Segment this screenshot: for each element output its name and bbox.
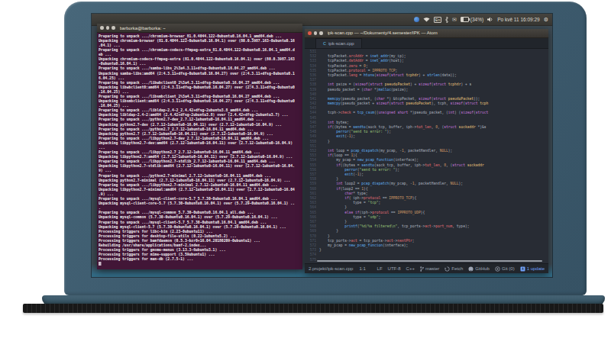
code-text: type = "tcp"; — [319, 200, 380, 205]
code-line: 564 } — [305, 205, 548, 210]
atom-window: ipk-scan.cpp — ~/Dokumenty/4.semester/IP… — [305, 29, 548, 273]
terminal-titlebar[interactable]: barborka@barborka: ~ — [97, 24, 302, 33]
code-text: pseudo_packet = (char *)malloc(psize); — [319, 87, 408, 92]
terminal-line: Unpacking libsmbclient:amd64 (2:4.3.11+d… — [99, 98, 302, 103]
code-line: 559 int loop2 = pcap_dispatch(my_pcap, -… — [305, 182, 548, 186]
line-number: 573 — [305, 247, 319, 252]
mail-icon[interactable]: ✉ — [452, 17, 457, 23]
status-updates[interactable]: 1 update — [520, 266, 545, 272]
status-line-ending[interactable]: LF — [377, 266, 383, 271]
terminal-line: Unpacking samba-libs:amd64 (2:4.3.11+dfs… — [99, 71, 302, 76]
line-number: 558 — [305, 176, 319, 181]
line-number: 555 — [305, 163, 319, 167]
code-line: 563 type = "tcp"; — [305, 200, 548, 205]
terminal-line: Preparing to unpack .../libsmbclient_2%3… — [99, 94, 302, 98]
atom-maximize-icon[interactable] — [319, 31, 323, 35]
indicator-tray: En ✉ (34%) Po kvě 11 16:09:29 ⚙ — [414, 17, 552, 23]
tab-label: ipk-scan.cpp — [328, 41, 354, 46]
code-line: 574 — [305, 252, 548, 256]
code-line: 552 int loop = pcap_dispatch(my_pcap, -1… — [305, 148, 548, 153]
code-text — [319, 252, 322, 256]
laptop-lid: En ✉ (34%) Po kvě 11 16:09:29 ⚙ — [64, 2, 587, 295]
status-cursor-position[interactable]: 1:1 — [359, 266, 365, 271]
editor-horizontal-scrollbar[interactable] — [317, 260, 542, 262]
screen-desktop: En ✉ (34%) Po kvě 11 16:09:29 ⚙ — [92, 14, 552, 277]
line-number: 538 — [305, 82, 319, 86]
session-gear-icon[interactable]: ⚙ — [544, 17, 548, 23]
code-editor[interactable]: 530 tcpPacket.urg_ptr = 0;531 532 tcpPac… — [305, 49, 548, 263]
terminal-body[interactable]: Preparing to unpack .../chromium-browser… — [97, 33, 302, 271]
terminal-line: Unpacking python2.7-dev (2.7.12-1ubuntu0… — [99, 122, 302, 127]
atom-minimize-icon[interactable] — [314, 31, 318, 35]
status-file-path[interactable]: 2.projekt/ipk-scan.cpp — [309, 266, 353, 271]
line-number: 532 — [305, 53, 319, 58]
terminal-line: Unpacking chromium-browser (81.0.4044.12… — [99, 38, 302, 43]
code-text: } — [319, 247, 322, 252]
line-number: 554 — [305, 158, 319, 163]
line-number: 563 — [305, 200, 319, 205]
github-icon — [468, 266, 474, 272]
terminal-prompt-line — [99, 262, 302, 266]
bluetooth-icon[interactable] — [445, 17, 448, 23]
code-line: 549 exit(-1); — [305, 134, 548, 139]
code-text: type = "udp"; — [319, 214, 380, 219]
code-text: perror("send to error: "); — [319, 167, 399, 172]
battery-indicator[interactable]: (34%) — [461, 17, 483, 22]
code-text: tcpPacket.protocol = IPPROTO_TCP; — [319, 68, 397, 72]
code-line: 543 — [305, 105, 548, 110]
terminal-maximize-icon[interactable] — [112, 26, 115, 30]
volume-icon[interactable] — [487, 17, 493, 22]
line-number: 539 — [305, 87, 319, 92]
keyboard-layout-indicator[interactable]: En — [434, 17, 441, 23]
code-line: 546 int bytes; — [305, 120, 548, 124]
atom-titlebar[interactable]: ipk-scan.cpp — ~/Dokumenty/4.semester/IP… — [305, 29, 548, 38]
status-git-branch[interactable]: master — [420, 266, 439, 272]
code-text: } — [319, 205, 347, 210]
line-number: 553 — [305, 153, 319, 157]
laptop-keyboard — [23, 304, 603, 313]
terminal-output: Preparing to unpack .../chromium-browser… — [99, 34, 302, 262]
panel-clock[interactable]: Po kvě 11 16:09:29 — [497, 17, 540, 22]
status-grammar[interactable]: C++ — [406, 266, 415, 271]
atom-tab-bar: C ipk-scan.cpp — [305, 38, 548, 49]
code-text — [319, 115, 322, 120]
code-text: tcpPacket.srcAddr = inet_addr(my_ip); — [319, 53, 406, 58]
code-line: 536 tcpPacket.leng = htons(sizeof(struct… — [305, 72, 548, 77]
code-line: 570 } — [305, 234, 548, 238]
code-line: 561 char* type; — [305, 191, 548, 195]
line-number: 574 — [305, 252, 319, 256]
code-line: 560 if(loop2 == 1){ — [305, 186, 548, 191]
terminal-close-icon[interactable] — [100, 26, 104, 30]
terminal-line: Preparing to unpack .../chromium-codecs-… — [99, 47, 302, 52]
atom-close-icon[interactable] — [308, 31, 312, 35]
wifi-icon[interactable] — [423, 17, 430, 22]
code-text — [319, 92, 322, 96]
line-number: 541 — [305, 96, 319, 101]
tab-ipk-scan-cpp[interactable]: C ipk-scan.cpp — [315, 38, 362, 48]
status-encoding[interactable]: UTF-8 — [388, 266, 401, 271]
code-line: 537 — [305, 77, 548, 82]
line-number: 564 — [305, 205, 319, 210]
app-indicator-icon[interactable] — [414, 17, 419, 22]
terminal-line: Preparing to unpack .../mysql-client-cor… — [99, 196, 302, 201]
line-number: 542 — [305, 101, 319, 105]
terminal-line: Unpacking libpython2.7-dev:amd64 (2.7.12… — [99, 140, 302, 145]
line-number: 549 — [305, 134, 319, 139]
code-line: 565 else if(iph->protocol == IPPROTO_UDP… — [305, 210, 548, 214]
code-line: 545 — [305, 115, 548, 120]
code-text: } — [319, 219, 347, 224]
status-git-changes[interactable]: Git (0) — [495, 266, 515, 272]
code-line: 556 perror("send to error: "); — [305, 167, 548, 172]
code-text: if((bytes = sendto(sock_tcp, buffer, iph… — [319, 163, 484, 167]
status-github[interactable]: GitHub — [468, 266, 490, 272]
code-line: 558 } — [305, 176, 548, 181]
code-line: 544 tcph->check = tcp_csum((unsigned sho… — [305, 111, 548, 115]
code-text: int loop2 = pcap_dispatch(my_pcap, -1, p… — [319, 182, 463, 186]
code-text: if( iph->protocol == IPPROTO_TCP){ — [319, 195, 416, 200]
terminal-minimize-icon[interactable] — [106, 26, 110, 30]
atom-window-title: ipk-scan.cpp — ~/Dokumenty/4.semester/IP… — [328, 31, 438, 35]
terminal-cursor — [99, 262, 102, 266]
line-number: 544 — [305, 111, 319, 115]
status-fetch[interactable]: Fetch — [445, 266, 463, 272]
code-line: 531 — [305, 49, 548, 53]
